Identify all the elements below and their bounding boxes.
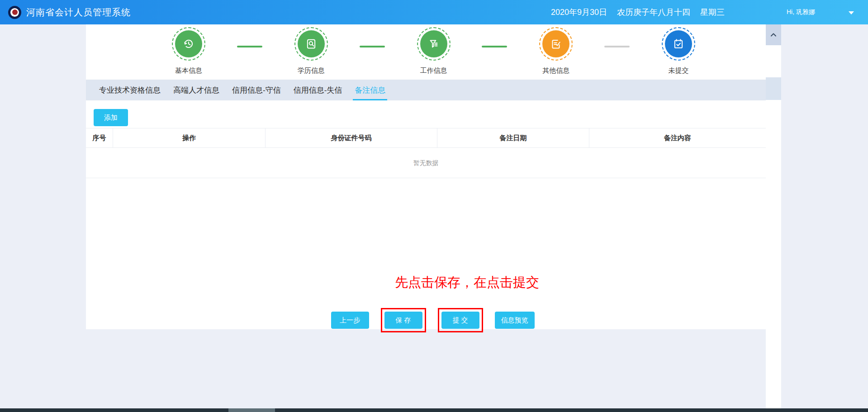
user-menu-caret-icon[interactable] [849, 11, 854, 14]
step-connector [604, 46, 630, 47]
step-label: 未提交 [669, 66, 689, 75]
step-label: 基本信息 [175, 66, 202, 75]
history-clock-icon [175, 30, 202, 57]
scroll-up-button[interactable] [766, 24, 781, 45]
vertical-scrollbar[interactable] [766, 24, 781, 408]
step-other-info: 其他信息 [539, 27, 573, 75]
content-panel: 基本信息 学历信息 [86, 24, 766, 329]
step-basic-info: 基本信息 [171, 27, 206, 75]
save-button[interactable]: 保 存 [384, 312, 422, 329]
submit-highlight-box: 提 交 [438, 308, 483, 332]
app-logo-icon [8, 6, 21, 19]
horizontal-scrollbar-thumb[interactable] [228, 408, 275, 412]
step-connector [482, 46, 507, 47]
calendar-check-icon [665, 30, 692, 57]
save-highlight-box: 保 存 [381, 308, 426, 332]
submit-button[interactable]: 提 交 [441, 312, 479, 329]
chevron-up-icon [769, 30, 778, 39]
document-check-icon [542, 30, 569, 57]
column-header-remark-content: 备注内容 [589, 128, 766, 147]
lunar-date-text: 农历庚子年八月十四 [617, 7, 690, 18]
table-empty-state: 暂无数据 [86, 148, 766, 178]
step-work-info: 工作信息 [417, 27, 451, 75]
document-search-icon [298, 30, 325, 57]
user-greeting[interactable]: Hi, 巩雅娜 [787, 0, 815, 24]
weekday-text: 星期三 [700, 7, 725, 18]
footer-actions: 上一步 保 存 提 交 信息预览 [93, 308, 773, 332]
table-toolbar: 添加 [86, 100, 766, 128]
step-connector [360, 46, 385, 47]
column-header-id-number: 身份证件号码 [266, 128, 437, 147]
step-label: 其他信息 [542, 66, 569, 75]
column-header-remark-date: 备注日期 [437, 128, 589, 147]
column-header-index: 序号 [86, 128, 113, 147]
table-header: 序号 操作 身份证件号码 备注日期 备注内容 [86, 128, 766, 148]
tab-professional-qualification[interactable]: 专业技术资格信息 [93, 80, 167, 100]
vertical-scrollbar-thumb[interactable] [766, 77, 781, 100]
instruction-annotation: 先点击保存，在点击提交 [395, 274, 539, 292]
tab-credit-untrustworthy[interactable]: 信用信息-失信 [287, 80, 349, 100]
tab-remarks[interactable]: 备注信息 [348, 80, 392, 100]
step-label: 工作信息 [420, 66, 447, 75]
step-connector [237, 46, 262, 47]
info-preview-button[interactable]: 信息预览 [495, 312, 535, 329]
step-indicator: 基本信息 学历信息 [171, 27, 696, 75]
column-header-operation: 操作 [113, 128, 266, 147]
step-label: 学历信息 [298, 66, 325, 75]
horizontal-scrollbar[interactable] [0, 408, 868, 412]
tab-credit-trustworthy[interactable]: 信用信息-守信 [226, 80, 287, 100]
step-not-submitted: 未提交 [661, 27, 696, 75]
app-title: 河南省会计人员管理系统 [26, 6, 131, 19]
date-text: 2020年9月30日 [551, 7, 607, 18]
header-date: 2020年9月30日 农历庚子年八月十四 星期三 [551, 0, 725, 24]
step-education-info: 学历信息 [294, 27, 328, 75]
previous-step-button[interactable]: 上一步 [331, 312, 369, 329]
sub-tabs: 专业技术资格信息 高端人才信息 信用信息-守信 信用信息-失信 备注信息 [86, 80, 766, 100]
funnel-list-icon [420, 30, 447, 57]
tab-high-end-talent[interactable]: 高端人才信息 [167, 80, 226, 100]
add-button[interactable]: 添加 [94, 109, 128, 126]
app-header: 河南省会计人员管理系统 2020年9月30日 农历庚子年八月十四 星期三 Hi,… [0, 0, 868, 24]
